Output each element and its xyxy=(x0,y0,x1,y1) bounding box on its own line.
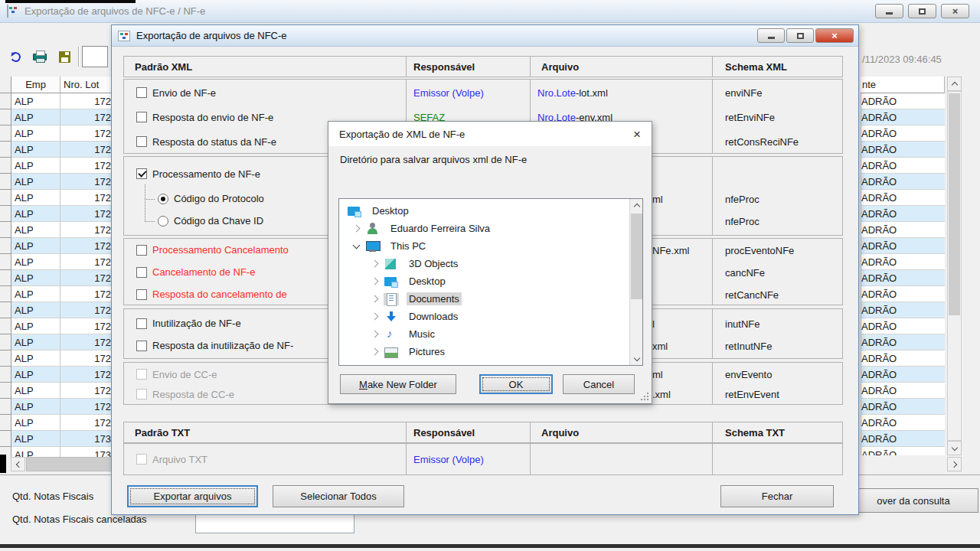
table-row[interactable]: ADRÃO xyxy=(861,206,945,222)
table-row[interactable]: ADRÃO xyxy=(861,238,945,254)
row-selector[interactable] xyxy=(0,383,11,399)
table-row[interactable]: ADRÃO xyxy=(861,126,945,142)
row-selector[interactable] xyxy=(0,93,11,109)
table-row[interactable]: ALP 172 xyxy=(0,222,113,238)
checkbox-resposta-envio-nfe[interactable] xyxy=(136,112,147,122)
row-selector[interactable] xyxy=(0,302,11,318)
tree-item[interactable]: Downloads xyxy=(339,308,642,325)
table-row[interactable]: ADRÃO xyxy=(861,270,945,286)
column-header-lote[interactable]: Nro. Lot xyxy=(60,77,113,93)
export-dialog-titlebar[interactable]: Exportação de arquivos de NFC-e × xyxy=(112,25,858,47)
table-row[interactable]: ALP 172 xyxy=(0,174,113,190)
tree-chevron-icon[interactable] xyxy=(370,276,381,287)
scroll-right-button[interactable] xyxy=(947,457,962,471)
tree-item[interactable]: 3D Objects xyxy=(339,255,642,272)
folder-dialog-close-icon[interactable]: × xyxy=(633,128,641,141)
table-row[interactable]: ADRÃO xyxy=(861,254,945,270)
row-selector[interactable] xyxy=(0,190,11,206)
column-header-emp[interactable]: Emp xyxy=(11,77,60,93)
row-selector[interactable] xyxy=(0,431,11,447)
print-button[interactable] xyxy=(29,46,51,67)
table-row[interactable]: ADRÃO xyxy=(861,142,945,158)
fechar-button[interactable]: Fechar xyxy=(720,485,834,507)
dialog-close-button[interactable]: × xyxy=(815,28,854,43)
table-row[interactable]: ALP 172 xyxy=(0,126,113,142)
table-row[interactable]: ALP 172 xyxy=(0,158,113,174)
table-row[interactable]: ADRÃO xyxy=(861,318,945,334)
row-selector[interactable] xyxy=(0,238,11,254)
table-row[interactable]: ADRÃO xyxy=(861,302,945,318)
vertical-scrollbar-thumb[interactable] xyxy=(949,93,960,315)
table-row[interactable]: ALP 172 xyxy=(0,109,113,126)
table-row[interactable]: ADRÃO xyxy=(861,367,945,383)
tree-chevron-icon[interactable] xyxy=(370,294,381,305)
row-selector[interactable] xyxy=(0,318,11,334)
table-row[interactable]: ALP 173 xyxy=(0,447,113,457)
checkbox-resposta-inutilizacao[interactable] xyxy=(136,341,147,351)
table-row[interactable]: ALP 172 xyxy=(0,238,113,254)
scroll-up-button[interactable] xyxy=(947,77,962,91)
table-row[interactable]: ADRÃO xyxy=(861,399,945,415)
row-selector[interactable] xyxy=(0,270,11,286)
checkbox-envio-nfe[interactable] xyxy=(136,87,147,98)
save-button[interactable] xyxy=(54,46,75,67)
tree-item[interactable]: Documents xyxy=(339,290,642,308)
column-header-ambiente[interactable]: nte xyxy=(861,77,945,93)
row-selector[interactable] xyxy=(0,158,11,174)
minimize-button[interactable] xyxy=(875,4,903,18)
row-selector[interactable] xyxy=(0,109,11,126)
checkbox-processamento-nfe[interactable] xyxy=(136,168,147,179)
table-row[interactable]: ALP 172 xyxy=(0,142,113,158)
row-selector[interactable] xyxy=(0,399,11,415)
table-row[interactable]: ALP 172 xyxy=(0,334,113,350)
tree-item[interactable]: Desktop xyxy=(339,202,642,220)
table-row[interactable]: ALP 172 xyxy=(0,350,113,367)
tree-chevron-icon[interactable] xyxy=(351,241,362,252)
table-row[interactable]: ALP 172 xyxy=(0,270,113,286)
table-row[interactable]: ADRÃO xyxy=(861,415,945,431)
remover-consulta-button[interactable]: over da consulta xyxy=(848,488,978,513)
ok-button[interactable]: OK xyxy=(479,374,553,394)
tree-scrollbar[interactable] xyxy=(629,199,642,365)
tree-chevron-icon[interactable] xyxy=(370,311,381,322)
dialog-maximize-button[interactable] xyxy=(786,28,814,43)
folder-dialog-titlebar[interactable]: Exportação de XML de NF-e × xyxy=(328,122,652,146)
tree-chevron-icon[interactable] xyxy=(351,223,362,234)
main-window-titlebar[interactable]: Exportação de arquivos de NFC-e / NF-e × xyxy=(0,0,980,23)
scroll-left-button[interactable] xyxy=(11,457,25,471)
radio-codigo-chave-id[interactable] xyxy=(158,216,168,227)
table-row[interactable]: ADRÃO xyxy=(861,158,945,174)
tree-scrollbar-thumb[interactable] xyxy=(631,214,642,299)
row-selector[interactable] xyxy=(0,206,11,222)
checkbox-inutilizacao-nfe[interactable] xyxy=(136,318,147,329)
selecionar-todos-button[interactable]: Selecionar Todos xyxy=(273,485,404,507)
maximize-button[interactable] xyxy=(908,4,936,18)
table-row[interactable]: ALP 173 xyxy=(0,431,113,447)
table-row[interactable]: ADRÃO xyxy=(861,447,945,455)
table-row[interactable]: ALP 172 xyxy=(0,367,113,383)
scroll-down-button[interactable] xyxy=(947,441,962,455)
exportar-arquivos-button[interactable]: Exportar arquivos xyxy=(127,485,258,507)
resize-grip[interactable] xyxy=(641,393,648,400)
cancel-button[interactable]: Cancel xyxy=(563,374,635,394)
tree-item[interactable]: Music xyxy=(339,325,642,343)
table-row[interactable]: ADRÃO xyxy=(861,350,945,367)
row-selector[interactable] xyxy=(0,334,11,350)
row-selector[interactable] xyxy=(0,126,11,142)
table-row[interactable]: ALP 172 xyxy=(0,302,113,318)
row-selector[interactable] xyxy=(0,415,11,431)
tree-item[interactable]: Pictures xyxy=(339,343,642,360)
table-row[interactable]: ADRÃO xyxy=(861,222,945,238)
table-row[interactable]: ALP 172 xyxy=(0,399,113,415)
table-row[interactable]: ALP 172 xyxy=(0,254,113,270)
tree-chevron-icon[interactable] xyxy=(370,259,381,269)
radio-codigo-protocolo[interactable] xyxy=(158,194,168,204)
make-new-folder-button[interactable]: Make New Folder xyxy=(340,374,456,394)
table-row[interactable]: ALP 172 xyxy=(0,93,113,109)
table-row[interactable]: ALP 172 xyxy=(0,190,113,206)
refresh-button[interactable] xyxy=(5,46,26,67)
table-row[interactable]: ALP 172 xyxy=(0,318,113,334)
table-row[interactable]: ADRÃO xyxy=(861,190,945,206)
table-row[interactable]: ADRÃO xyxy=(861,334,945,350)
tree-chevron-icon[interactable] xyxy=(370,347,381,357)
